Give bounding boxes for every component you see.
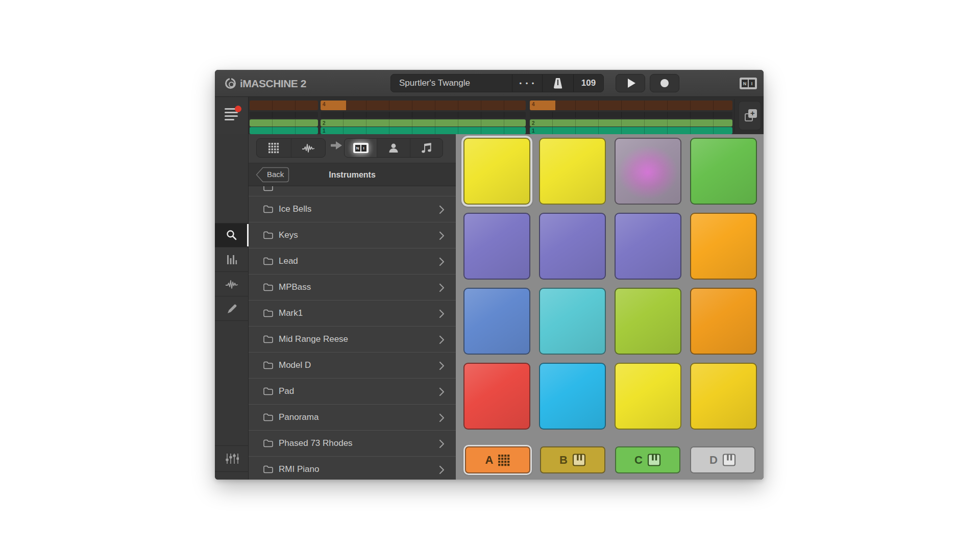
arranger-timeline: 4 2 1 4 2 1 + [215,97,764,134]
folder-icon [263,439,274,448]
list-item[interactable]: Panorama [249,405,456,431]
pad-15[interactable] [615,363,681,430]
pad-3[interactable] [615,138,681,205]
list-item[interactable]: Lead [249,248,456,274]
list-item[interactable]: MPBass [249,274,456,300]
sidebar-item-mixer[interactable] [215,445,249,472]
browser-header: Instruments Back [249,163,456,186]
list-item[interactable]: RMI Piano [249,457,456,480]
app-title: iMASCHINE 2 [240,78,306,90]
more-options-button[interactable]: • • • [512,74,542,92]
pad-5[interactable] [463,213,530,280]
pad-1[interactable] [463,138,530,205]
pattern-clip[interactable]: 4 [321,101,526,110]
pattern-clip[interactable]: 2 [321,119,526,127]
group-label: C [634,454,643,467]
song-title[interactable]: Spurtler's Twangle [391,74,512,92]
back-label: Back [267,170,284,179]
list-item[interactable]: Phased 73 Rhodes [249,431,456,457]
chevron-right-icon [439,387,445,396]
metronome-button[interactable] [543,74,573,92]
pad-7[interactable] [615,213,681,280]
folder-icon [263,465,274,474]
empty-clip-slot[interactable] [530,112,732,118]
back-button[interactable]: Back [255,166,290,183]
browser-panel: NI [249,134,456,480]
folder-icon [263,413,274,422]
list-item[interactable]: Pad [249,379,456,405]
pattern-clip[interactable]: 4 [530,101,732,110]
pad-11[interactable] [615,288,681,355]
pad-14[interactable] [539,363,606,430]
pad-2[interactable] [539,138,606,205]
folder-icon [263,186,274,192]
pad-13[interactable] [463,363,530,430]
list-item[interactable]: Model D [249,353,456,379]
list-item-partial[interactable] [249,186,456,196]
record-button[interactable] [650,74,679,92]
tab-samples[interactable] [291,139,326,157]
tab-pad-grid[interactable] [257,139,291,157]
scene-1[interactable] [250,101,318,133]
add-scene-button[interactable]: + [739,101,761,130]
pattern-clip[interactable] [250,127,318,134]
metronome-icon [554,78,562,89]
pad-10[interactable] [539,288,606,355]
sidebar-item-edit[interactable] [215,296,249,321]
sidebar-item-browse[interactable] [215,223,249,247]
list-item-label: RMI Piano [279,464,319,474]
scene-2[interactable]: 4 2 1 [321,101,526,133]
folder-icon [263,309,274,318]
pattern-clip[interactable] [250,119,318,127]
list-item-label: Panorama [279,412,318,422]
folder-icon [263,361,274,370]
pad-9[interactable] [463,288,530,355]
group-button-d[interactable]: D [690,446,755,473]
pad-8[interactable] [690,213,757,280]
clip-label: 1 [323,128,326,134]
tab-ni-content[interactable]: NI [345,139,377,157]
keyboard-icon [647,453,661,467]
group-button-b[interactable]: B [540,446,605,473]
pad-grid-icon [268,142,279,154]
list-item[interactable]: Ice Bells [249,196,456,222]
pad-6[interactable] [539,213,606,280]
clip-label: 1 [532,128,535,134]
add-scene-icon: + [745,109,757,121]
browser-tab-bar: NI [249,134,456,163]
list-item[interactable]: Mark1 [249,300,456,327]
chevron-right-icon [439,309,445,318]
play-button[interactable] [616,74,645,92]
folder-icon [263,257,274,266]
pad-4[interactable] [690,138,757,205]
tab-music[interactable] [410,139,443,157]
empty-clip-slot[interactable] [321,112,526,118]
list-item-label: Phased 73 Rhodes [279,438,353,448]
pad-16[interactable] [690,363,757,430]
pad-12[interactable] [690,288,757,355]
chevron-right-icon [439,413,445,422]
song-field: Spurtler's Twangle • • • 109 [390,74,604,92]
chevron-right-icon [439,335,445,344]
project-menu-icon[interactable] [225,108,239,121]
pattern-clip[interactable]: 1 [321,127,526,134]
chevron-right-icon [439,205,445,214]
pattern-clip[interactable] [250,101,318,110]
keyboard-icon [722,453,736,467]
scene-3[interactable]: 4 2 1 [530,101,732,133]
empty-clip-slot[interactable] [250,112,318,118]
imaschine-window: iMASCHINE 2 Spurtler's Twangle • • • 109… [215,70,764,480]
chevron-right-icon [439,257,445,266]
timeline-menu-cell[interactable] [215,97,249,134]
bpm-value[interactable]: 109 [574,74,603,92]
sidebar-item-sampler[interactable] [215,272,249,296]
group-button-a[interactable]: A [465,446,530,473]
list-item[interactable]: Keys [249,222,456,248]
pattern-clip[interactable]: 2 [530,119,732,127]
list-item[interactable]: Mid Range Reese [249,327,456,353]
sidebar-item-levels[interactable] [215,247,249,272]
pattern-clip[interactable]: 1 [530,127,732,134]
list-item-label: Model D [279,360,311,370]
tab-artists[interactable] [377,139,410,157]
group-button-c[interactable]: C [615,446,680,473]
